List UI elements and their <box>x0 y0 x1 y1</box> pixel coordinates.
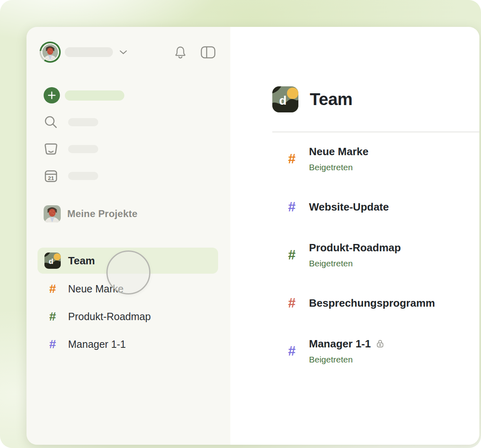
channel-row-produkt-roadmap[interactable]: # Produkt-Roadmap Beigetreten <box>272 241 479 269</box>
channel-name: Manager 1-1 <box>309 337 371 351</box>
sidebar: 21 Meine Projekte Team <box>26 27 230 445</box>
projects-avatar <box>44 205 61 222</box>
hash-icon: # <box>46 310 59 323</box>
cursor-click-indicator <box>106 250 150 294</box>
team-logo-icon <box>272 86 298 112</box>
workspace-row <box>40 42 216 63</box>
channel-row-manager-1-1[interactable]: # Manager 1-1 Beigetreten <box>272 337 479 365</box>
sidebar-item-manager-1-1[interactable]: # Manager 1-1 <box>26 333 230 356</box>
channel-status: Beigetreten <box>309 354 384 365</box>
notifications-bell-icon[interactable] <box>174 45 187 59</box>
hash-icon: # <box>283 295 300 311</box>
lock-icon <box>376 339 384 348</box>
channel-status: Beigetreten <box>309 258 401 269</box>
calendar-icon: 21 <box>42 168 60 184</box>
add-button[interactable] <box>44 87 60 103</box>
inbox-label-placeholder <box>68 145 98 153</box>
sidebar-item-label: Produkt-Roadmap <box>68 311 151 323</box>
channel-name: Website-Update <box>309 200 389 214</box>
hash-icon: # <box>283 199 300 215</box>
hash-icon: # <box>283 151 300 167</box>
projects-header: Meine Projekte <box>40 205 230 222</box>
channel-name: Besprechungsprogramm <box>309 296 435 310</box>
hash-icon: # <box>283 247 300 263</box>
main-content: Team # Neue Marke Beigetreten # Website-… <box>230 27 479 445</box>
header-divider <box>272 132 479 132</box>
calendar-label-placeholder <box>68 172 98 180</box>
quick-actions: 21 <box>40 87 230 184</box>
channel-name: Neue Marke <box>309 145 368 158</box>
search-label-placeholder <box>68 118 98 126</box>
decorative-background: 21 Meine Projekte Team <box>0 0 481 448</box>
channel-row-neue-marke[interactable]: # Neue Marke Beigetreten <box>272 145 479 173</box>
workspace-actions <box>174 45 216 59</box>
inbox-icon <box>42 141 60 157</box>
team-logo-icon <box>44 253 61 269</box>
add-row <box>40 87 230 103</box>
hash-icon: # <box>46 337 59 351</box>
app-window: 21 Meine Projekte Team <box>26 27 479 445</box>
hash-icon: # <box>46 282 59 296</box>
page-title: Team <box>310 90 353 109</box>
sidebar-toggle-icon[interactable] <box>201 45 216 59</box>
workspace-avatar[interactable] <box>40 42 61 63</box>
projects-header-label: Meine Projekte <box>67 208 137 220</box>
workspace-name-placeholder <box>65 47 113 57</box>
search-icon <box>42 114 60 130</box>
inbox-row[interactable] <box>40 141 230 157</box>
sidebar-item-label: Manager 1-1 <box>68 338 126 350</box>
channel-name: Produkt-Roadmap <box>309 241 401 255</box>
calendar-row[interactable]: 21 <box>40 168 230 184</box>
chevron-down-icon[interactable] <box>119 50 127 55</box>
sidebar-item-produkt-roadmap[interactable]: # Produkt-Roadmap <box>26 305 230 328</box>
channel-row-besprechungsprogramm[interactable]: # Besprechungsprogramm <box>272 295 479 311</box>
search-row[interactable] <box>40 114 230 130</box>
hash-icon: # <box>283 343 300 359</box>
channel-status: Beigetreten <box>309 162 368 173</box>
user-avatar-photo <box>41 43 59 61</box>
channel-list: # Neue Marke Beigetreten # Website-Updat… <box>272 145 479 365</box>
sidebar-item-label: Team <box>68 255 95 267</box>
channel-row-website-update[interactable]: # Website-Update <box>272 199 479 215</box>
add-label-placeholder <box>65 90 124 101</box>
team-header: Team <box>272 86 479 112</box>
svg-text:21: 21 <box>48 175 54 181</box>
